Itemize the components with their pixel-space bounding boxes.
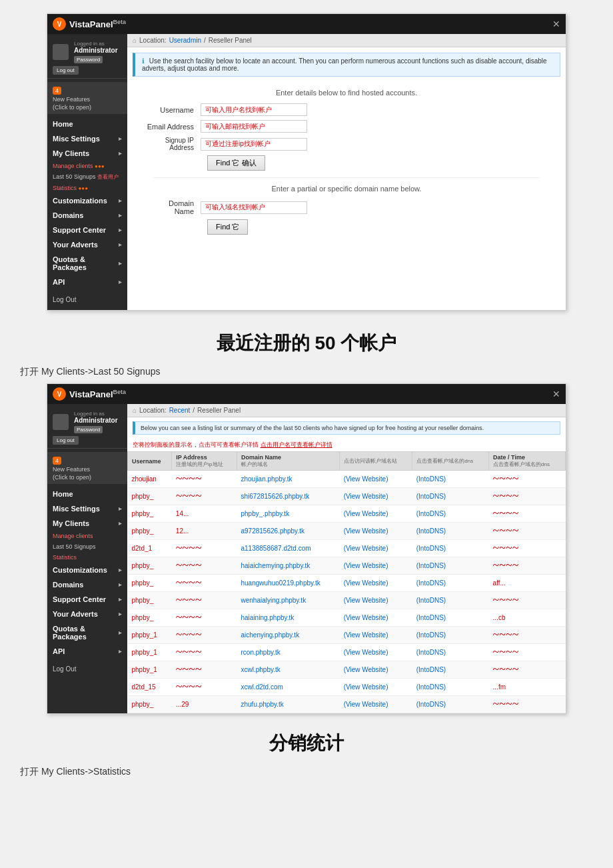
view-website-link[interactable]: (View Website) bbox=[344, 545, 388, 552]
intodns-link[interactable]: (IntoDNS) bbox=[416, 683, 446, 691]
signup-domain-link[interactable]: a1138858687.d2td.com bbox=[241, 545, 310, 552]
view-website-link[interactable]: (View Website) bbox=[344, 666, 388, 673]
intodns-link[interactable]: (IntoDNS) bbox=[416, 510, 446, 517]
signups-sidebar-api[interactable]: API ▸ bbox=[47, 644, 127, 659]
sidebar-logout[interactable]: Log Out bbox=[47, 293, 127, 307]
signup-domain-link[interactable]: a972815626.phpby.tk bbox=[241, 527, 304, 535]
close-icon[interactable]: ✕ bbox=[552, 19, 560, 29]
signup-domain-link[interactable]: haiaining.phpby.tk bbox=[241, 614, 294, 621]
signup-username-link[interactable]: phpby_ bbox=[132, 527, 154, 535]
view-website-link[interactable]: (View Website) bbox=[344, 683, 388, 691]
signup-domain-link[interactable]: wenhaialying.phpby.tk bbox=[241, 597, 306, 604]
email-input[interactable] bbox=[201, 120, 307, 133]
view-website-link[interactable]: (View Website) bbox=[344, 527, 388, 535]
signups-sidebar-manage[interactable]: Manage clients bbox=[47, 531, 127, 541]
intodns-link[interactable]: (IntoDNS) bbox=[416, 493, 446, 500]
intodns-link[interactable]: (IntoDNS) bbox=[416, 666, 446, 673]
signup-username-link[interactable]: phpby_ bbox=[132, 701, 154, 708]
signup-domain-link[interactable]: haiaichemying.phpby.tk bbox=[241, 562, 310, 569]
signup-domain-link[interactable]: aichenying.phpby.tk bbox=[241, 631, 299, 639]
signups-close-icon[interactable]: ✕ bbox=[552, 389, 560, 399]
domain-input[interactable] bbox=[201, 201, 307, 214]
signups-sidebar-clients[interactable]: My Clients ▸ bbox=[47, 516, 127, 531]
sidebar-item-api[interactable]: API ▸ bbox=[47, 275, 127, 289]
view-website-link[interactable]: (View Website) bbox=[344, 475, 388, 483]
intodns-link[interactable]: (IntoDNS) bbox=[416, 649, 446, 656]
sidebar-new-features[interactable]: 4 New Features (Click to open) bbox=[47, 82, 127, 114]
intodns-link[interactable]: (IntoDNS) bbox=[416, 701, 446, 708]
username-input[interactable] bbox=[201, 103, 307, 116]
sidebar-item-statistics[interactable]: Statistics ●●● bbox=[47, 183, 127, 193]
signups-new-features[interactable]: 4 New Features (Click to open) bbox=[47, 452, 127, 484]
sidebar-item-last-50-signups[interactable]: Last 50 Signups 查看用户 bbox=[47, 171, 127, 183]
signup-username-link[interactable]: phpby_ bbox=[132, 562, 154, 569]
sidebar-item-my-clients[interactable]: My Clients ▸ bbox=[47, 146, 127, 161]
view-website-link[interactable]: (View Website) bbox=[344, 510, 388, 517]
view-website-link[interactable]: (View Website) bbox=[344, 649, 388, 656]
view-website-link[interactable]: (View Website) bbox=[344, 614, 388, 621]
intodns-link[interactable]: (IntoDNS) bbox=[416, 579, 446, 587]
signup-username-link[interactable]: d2td_1 bbox=[132, 545, 153, 552]
signups-sidebar-adverts[interactable]: Your Adverts ▸ bbox=[47, 607, 127, 621]
signup-domain-link[interactable]: xcwl.phpby.tk bbox=[241, 666, 280, 673]
intodns-link[interactable]: (IntoDNS) bbox=[416, 631, 446, 639]
signups-table-note-link[interactable]: 点击用户名可查看帐户详情 bbox=[261, 441, 332, 448]
signup-domain-link[interactable]: phpby_.phpby.tk bbox=[241, 510, 289, 517]
signups-sidebar-misc[interactable]: Misc Settings ▸ bbox=[47, 501, 127, 516]
signup-username-link[interactable]: phpby_ bbox=[132, 579, 154, 587]
intodns-link[interactable]: (IntoDNS) bbox=[416, 527, 446, 535]
view-website-link[interactable]: (View Website) bbox=[344, 701, 388, 708]
signup-domain-link[interactable]: zhoujian.phpby.tk bbox=[241, 475, 292, 483]
view-website-link[interactable]: (View Website) bbox=[344, 493, 388, 500]
signup-username-link[interactable]: phpby_1 bbox=[132, 666, 157, 673]
signups-logout-button[interactable]: Log out bbox=[53, 436, 79, 445]
signup-domain-link[interactable]: rcon.phpby.tk bbox=[241, 649, 280, 656]
signups-sidebar-logout[interactable]: Log Out bbox=[47, 662, 127, 676]
password-button[interactable]: Password bbox=[74, 56, 103, 63]
sidebar-item-customizations[interactable]: Customizations ▸ bbox=[47, 193, 127, 208]
signup-domain-link[interactable]: zhufu.phpby.tk bbox=[241, 701, 283, 708]
sidebar-item-manage-clients[interactable]: Manage clients ●●● bbox=[47, 161, 127, 171]
signup-username-link[interactable]: phpby_ bbox=[132, 493, 154, 500]
signups-sidebar-stats[interactable]: Statistics bbox=[47, 552, 127, 563]
signup-username-link[interactable]: phpby_ bbox=[132, 510, 154, 517]
signup-ip-input[interactable] bbox=[201, 138, 307, 151]
signups-sidebar-quotas[interactable]: Quotas & Packages ▸ bbox=[47, 621, 127, 644]
location-useradmin-link[interactable]: Useradmin bbox=[169, 37, 201, 44]
signup-domain-link[interactable]: xcwl.d2td.com bbox=[241, 683, 283, 691]
view-website-link[interactable]: (View Website) bbox=[344, 562, 388, 569]
signups-sidebar-last50[interactable]: Last 50 Signups bbox=[47, 541, 127, 552]
logout-button[interactable]: Log out bbox=[53, 66, 79, 75]
sidebar-item-home[interactable]: Home bbox=[47, 117, 127, 131]
signup-domain-link[interactable]: shi672815626.phpby.tk bbox=[241, 493, 309, 500]
signups-sidebar-custom[interactable]: Customizations ▸ bbox=[47, 563, 127, 577]
sidebar-item-domains[interactable]: Domains ▸ bbox=[47, 208, 127, 223]
signup-username-link[interactable]: zhoujian bbox=[132, 475, 157, 483]
signups-sidebar-support[interactable]: Support Center ▸ bbox=[47, 592, 127, 607]
view-website-link[interactable]: (View Website) bbox=[344, 579, 388, 587]
signup-username-link[interactable]: phpby_1 bbox=[132, 631, 157, 639]
signups-sidebar-domains[interactable]: Domains ▸ bbox=[47, 577, 127, 592]
signup-ip-label: Signup IPAddress bbox=[141, 137, 201, 151]
find-button[interactable]: Find 它 确认 bbox=[207, 155, 265, 171]
sidebar-item-quotas[interactable]: Quotas & Packages ▸ bbox=[47, 252, 127, 275]
intodns-link[interactable]: (IntoDNS) bbox=[416, 545, 446, 552]
signup-domain-link[interactable]: huangwuhuo0219.phpby.tk bbox=[241, 579, 320, 587]
signups-password-button[interactable]: Password bbox=[74, 426, 103, 433]
signup-username-link[interactable]: phpby_ bbox=[132, 597, 154, 604]
signups-sidebar-home[interactable]: Home bbox=[47, 487, 127, 501]
intodns-link[interactable]: (IntoDNS) bbox=[416, 597, 446, 604]
sidebar-item-adverts[interactable]: Your Adverts ▸ bbox=[47, 237, 127, 252]
find-domain-button[interactable]: Find 它 bbox=[207, 219, 248, 235]
signups-location-recent-link[interactable]: Recent bbox=[169, 407, 191, 414]
signup-username-link[interactable]: phpby_ bbox=[132, 614, 154, 621]
intodns-link[interactable]: (IntoDNS) bbox=[416, 614, 446, 621]
intodns-link[interactable]: (IntoDNS) bbox=[416, 562, 446, 569]
signup-username-link[interactable]: d2td_15 bbox=[132, 683, 156, 691]
sidebar-item-misc-settings[interactable]: Misc Settings ▸ bbox=[47, 131, 127, 146]
sidebar-item-support[interactable]: Support Center ▸ bbox=[47, 223, 127, 237]
intodns-link[interactable]: (IntoDNS) bbox=[416, 475, 446, 483]
view-website-link[interactable]: (View Website) bbox=[344, 597, 388, 604]
view-website-link[interactable]: (View Website) bbox=[344, 631, 388, 639]
signup-username-link[interactable]: phpby_1 bbox=[132, 649, 157, 656]
